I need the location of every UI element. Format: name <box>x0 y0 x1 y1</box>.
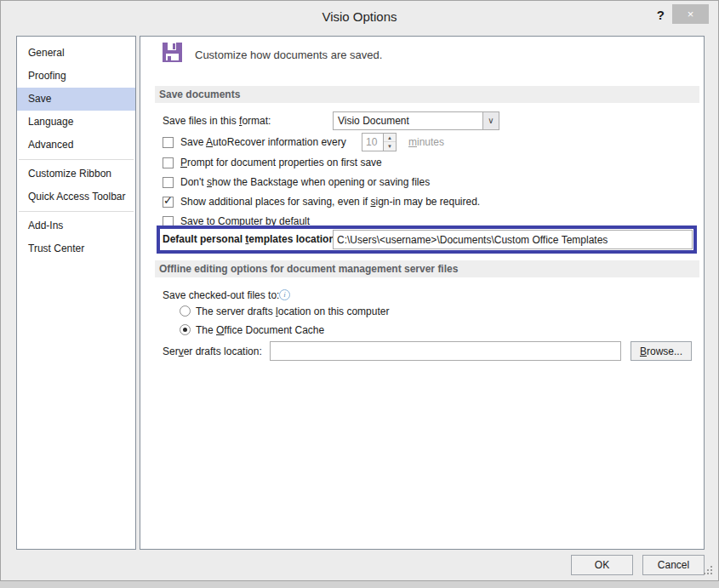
close-icon[interactable]: × <box>672 4 709 24</box>
prompt-properties-label: Prompt for document properties on first … <box>180 157 382 168</box>
spinner-down-icon[interactable]: ▼ <box>384 142 396 151</box>
sidebar: General Proofing Save Language Advanced … <box>16 36 136 550</box>
help-icon[interactable]: ? <box>657 8 665 22</box>
server-drafts-radio-label: The server drafts location on this compu… <box>196 305 389 317</box>
save-floppy-icon <box>163 43 182 62</box>
browse-button[interactable]: Browse... <box>631 341 692 361</box>
checkmark-icon: ✓ <box>163 194 173 207</box>
sidebar-item-quick-access-toolbar[interactable]: Quick Access Toolbar <box>17 186 135 208</box>
sidebar-item-advanced[interactable]: Advanced <box>17 134 135 157</box>
autorecover-minutes-stepper[interactable]: 10 ▲ ▼ <box>362 133 397 151</box>
file-format-value: Visio Document <box>338 115 409 127</box>
server-drafts-location-label: Server drafts location: <box>163 345 262 357</box>
cancel-button[interactable]: Cancel <box>642 555 705 575</box>
backstage-checkbox[interactable] <box>163 177 174 188</box>
dialog-window: Visio Options ? × General Proofing Save … <box>0 0 719 581</box>
autorecover-checkbox[interactable] <box>163 137 174 148</box>
sidebar-item-trust-center[interactable]: Trust Center <box>17 237 135 260</box>
ok-button[interactable]: OK <box>571 555 633 575</box>
page-title: Visio Options <box>1 9 718 24</box>
autorecover-minutes-value: 10 <box>366 136 377 148</box>
sidebar-item-customize-ribbon[interactable]: Customize Ribbon <box>17 163 135 186</box>
chevron-down-icon[interactable]: ∨ <box>482 112 499 129</box>
sidebar-item-proofing[interactable]: Proofing <box>17 65 135 88</box>
sidebar-item-save[interactable]: Save <box>17 88 135 111</box>
checked-out-files-label: Save checked-out files to: <box>163 289 279 301</box>
sidebar-item-add-ins[interactable]: Add-Ins <box>17 214 135 237</box>
office-document-cache-radio[interactable] <box>180 324 191 335</box>
templates-location-label: Default personal templates location: <box>163 233 339 245</box>
additional-places-checkbox[interactable]: ✓ <box>163 197 174 208</box>
sidebar-divider <box>19 211 134 212</box>
server-drafts-radio[interactable] <box>180 305 191 317</box>
spinner-up-icon[interactable]: ▲ <box>384 134 396 142</box>
info-icon[interactable]: i <box>279 289 290 300</box>
backstage-label: Don't show the Backstage when opening or… <box>180 176 430 188</box>
page-description: Customize how documents are saved. <box>195 49 382 61</box>
section-header-offline-editing: Offline editing options for document man… <box>155 260 699 277</box>
prompt-properties-checkbox[interactable] <box>163 157 174 168</box>
resize-grip[interactable] <box>704 573 705 574</box>
server-drafts-location-input[interactable] <box>270 341 621 361</box>
templates-location-input[interactable] <box>333 230 693 249</box>
sidebar-item-language[interactable]: Language <box>17 111 135 134</box>
window-bottom-edge <box>0 581 719 588</box>
file-format-select[interactable]: Visio Document ∨ <box>333 111 499 130</box>
minutes-label: minutes <box>408 136 444 148</box>
office-document-cache-radio-label: The Office Document Cache <box>196 324 324 336</box>
visio-options-dialog: Visio Options ? × General Proofing Save … <box>0 0 719 588</box>
autorecover-label: Save AutoRecover information every <box>180 136 346 148</box>
section-header-save-documents: Save documents <box>155 86 699 103</box>
sidebar-divider <box>19 159 134 160</box>
sidebar-item-general[interactable]: General <box>17 42 135 65</box>
additional-places-label: Show additional places for saving, even … <box>180 196 480 208</box>
format-label: Save files in this format: <box>163 115 271 127</box>
